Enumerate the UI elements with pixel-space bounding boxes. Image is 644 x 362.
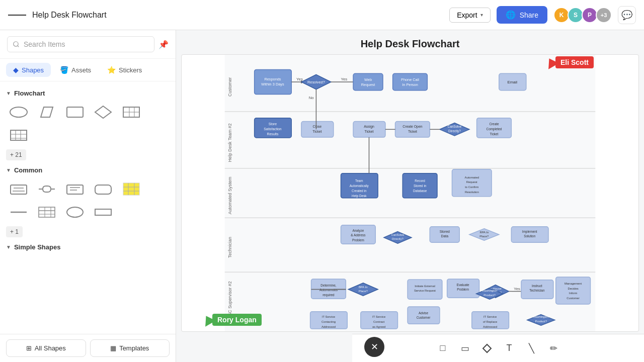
common-shapes-grid (6, 177, 170, 224)
svg-text:Satisfaction: Satisfaction (264, 127, 282, 131)
svg-text:Yes: Yes (514, 287, 520, 291)
svg-text:Email: Email (507, 80, 517, 84)
svg-text:Responds: Responds (264, 77, 281, 81)
rory-cursor: Rory Logan (202, 314, 262, 326)
section-common[interactable]: ▼ Common (6, 162, 170, 177)
eli-cursor: Eli Scott (545, 56, 594, 68)
shape-line[interactable] (6, 202, 31, 222)
svg-point-0 (10, 107, 27, 117)
canvas-title: Help Desk Flowchart (176, 38, 644, 50)
svg-text:IT Service: IT Service (484, 315, 497, 318)
svg-text:Contract: Contract (373, 320, 385, 323)
svg-text:Automatically: Automatically (350, 184, 369, 188)
svg-text:Yes: Yes (296, 77, 303, 81)
pin-icon[interactable]: 📌 (158, 40, 169, 49)
shape-keyboard[interactable] (6, 179, 31, 199)
canvas-area[interactable]: Help Desk Flowchart Customer Help Desk T… (176, 30, 644, 362)
rounded-rect-tool[interactable]: ▭ (456, 339, 474, 357)
svg-text:Phone Call: Phone Call (401, 77, 419, 82)
share-label: Share (520, 11, 538, 19)
shape-ellipse[interactable] (6, 102, 31, 122)
shape-rect-thin[interactable] (91, 202, 116, 222)
bottom-buttons: ⊞ All Shapes ▦ Templates (0, 334, 176, 362)
all-shapes-button[interactable]: ⊞ All Shapes (6, 339, 86, 357)
bottom-toolbar: ✕ □ ▭ T ╲ ✏ (352, 334, 644, 362)
svg-rect-21 (95, 185, 111, 194)
svg-text:Implement: Implement (522, 230, 537, 234)
diamond-icon: ◆ (13, 66, 19, 74)
section-simple-shapes-label: Simple Shapes (14, 243, 60, 251)
shape-diamond[interactable] (91, 102, 116, 122)
shape-rectangle[interactable] (62, 102, 88, 122)
svg-text:Request: Request (466, 180, 477, 184)
chevron-down-icon: ▾ (480, 12, 483, 18)
shape-grid1[interactable] (119, 102, 144, 122)
close-button[interactable]: ✕ (364, 337, 384, 357)
svg-marker-3 (95, 106, 111, 118)
svg-text:Created in: Created in (352, 189, 367, 193)
common-more-button[interactable]: + 1 (6, 226, 23, 237)
avatar-overflow[interactable]: +3 (596, 7, 612, 23)
templates-label: Templates (119, 344, 149, 352)
search-input[interactable] (7, 36, 154, 52)
svg-text:Results: Results (267, 132, 279, 136)
diamond-tool[interactable] (478, 339, 496, 357)
export-button[interactable]: Export ▾ (449, 8, 490, 23)
tab-assets[interactable]: 🪣 Assets (53, 63, 98, 77)
svg-text:Automated System: Automated System (227, 177, 232, 215)
shape-text-box[interactable] (62, 179, 88, 199)
svg-text:Directly?: Directly? (448, 129, 461, 133)
svg-text:Data: Data (441, 234, 449, 238)
svg-rect-18 (67, 185, 83, 194)
svg-text:to Confirm: to Confirm (465, 186, 478, 189)
shape-parallelogram[interactable] (34, 102, 59, 122)
svg-text:Help Desk Team #2: Help Desk Team #2 (227, 123, 232, 162)
line-tool[interactable]: ╲ (522, 339, 540, 357)
svg-text:Resolved?: Resolved? (307, 80, 325, 84)
section-flowchart[interactable]: ▼ Flowchart (6, 85, 170, 100)
svg-text:Determine,: Determine, (320, 284, 336, 287)
template-icon: ▦ (110, 344, 116, 352)
share-button[interactable]: 🌐 Share (497, 6, 547, 24)
svg-text:RPA In: RPA In (479, 231, 489, 234)
shape-curved-box[interactable] (91, 179, 116, 199)
svg-text:Resolution: Resolution (465, 191, 479, 194)
main-layout: 📌 ◆ Shapes 🪣 Assets ⭐ Stickers ▼ Flowcha… (0, 30, 644, 362)
svg-text:Analyze: Analyze (353, 229, 364, 233)
svg-text:Problem: Problem (352, 238, 364, 242)
shape-table-yellow[interactable] (119, 179, 144, 199)
svg-text:Store: Store (269, 122, 277, 126)
collapse-arrow-icon: ▼ (6, 167, 11, 173)
svg-text:Yes: Yes (341, 77, 348, 81)
star-icon: ⭐ (107, 66, 116, 74)
svg-text:Ticket: Ticket (312, 130, 321, 133)
shape-chain[interactable] (34, 179, 59, 199)
templates-button[interactable]: ▦ Templates (90, 339, 170, 357)
svg-text:Service Request: Service Request (414, 289, 436, 292)
pen-tool[interactable]: ✏ (544, 339, 562, 357)
svg-text:Technician: Technician (227, 237, 232, 258)
flowchart-more-button[interactable]: + 21 (6, 149, 26, 160)
tab-stickers[interactable]: ⭐ Stickers (100, 63, 149, 77)
svg-text:Within 3 Days: Within 3 Days (261, 82, 284, 86)
section-simple-shapes[interactable]: ▼ Simple Shapes (6, 239, 170, 254)
svg-text:Place?: Place? (359, 290, 368, 293)
comment-button[interactable]: 💬 (618, 6, 636, 24)
svg-rect-8 (11, 130, 27, 140)
rectangle-tool[interactable]: □ (434, 339, 452, 357)
eli-cursor-name: Eli Scott (555, 56, 594, 68)
flowchart-container[interactable]: Customer Help Desk Team #2 Automated Sys… (181, 54, 639, 332)
svg-text:& Address: & Address (351, 233, 365, 237)
shapes-area: ▼ Flowchart (0, 81, 176, 334)
svg-text:Addressed: Addressed (483, 325, 497, 328)
avatar-group: K S P +3 (553, 7, 612, 23)
menu-button[interactable] (8, 6, 26, 24)
svg-text:Autonomous: Autonomous (319, 288, 338, 292)
shape-oval[interactable] (62, 202, 88, 222)
shape-table2[interactable] (34, 202, 59, 222)
shape-grid2[interactable] (6, 125, 31, 145)
svg-text:Customer: Customer (417, 316, 431, 319)
svg-text:Management: Management (565, 282, 582, 285)
text-tool[interactable]: T (500, 339, 518, 357)
tab-shapes[interactable]: ◆ Shapes (6, 63, 51, 77)
